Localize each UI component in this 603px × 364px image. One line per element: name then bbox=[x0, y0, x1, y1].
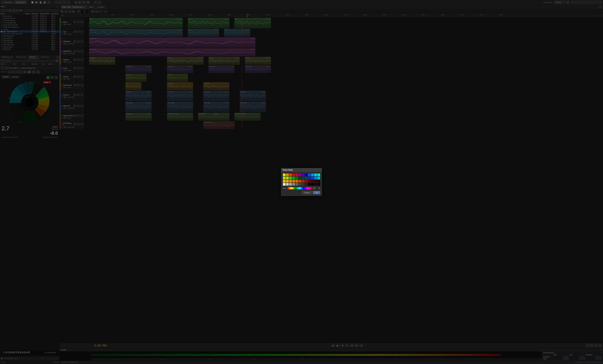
color-swatch[interactable] bbox=[317, 176, 320, 179]
modal-buttons: Cancel OK bbox=[283, 191, 320, 194]
hue-reset-icon[interactable]: ↺ bbox=[318, 187, 320, 189]
track-color-modal: Track Color Hue: 176 ↺ Cancel OK bbox=[281, 168, 322, 196]
cancel-button[interactable]: Cancel bbox=[302, 191, 312, 194]
color-swatch[interactable] bbox=[286, 174, 289, 176]
color-swatch[interactable] bbox=[286, 176, 289, 179]
color-swatch[interactable] bbox=[283, 176, 286, 179]
color-swatch[interactable] bbox=[314, 174, 317, 176]
hue-label: Hue: bbox=[283, 187, 286, 189]
color-swatch[interactable] bbox=[289, 180, 292, 183]
color-swatch[interactable] bbox=[305, 174, 308, 176]
color-swatch[interactable] bbox=[302, 180, 304, 183]
color-swatch[interactable] bbox=[299, 174, 301, 176]
color-swatch[interactable] bbox=[286, 183, 289, 186]
color-swatch[interactable] bbox=[283, 180, 286, 183]
color-swatch[interactable] bbox=[317, 183, 320, 186]
color-swatch[interactable] bbox=[292, 183, 295, 186]
color-swatch[interactable] bbox=[314, 176, 317, 179]
color-swatch[interactable] bbox=[292, 174, 295, 176]
color-swatch[interactable] bbox=[317, 180, 320, 183]
color-swatch[interactable] bbox=[283, 183, 286, 186]
color-swatch[interactable] bbox=[299, 183, 301, 186]
color-swatch[interactable] bbox=[295, 180, 298, 183]
color-swatch[interactable] bbox=[308, 174, 311, 176]
color-row bbox=[283, 183, 320, 186]
color-swatch[interactable] bbox=[289, 183, 292, 186]
color-swatch[interactable] bbox=[283, 174, 286, 176]
color-row bbox=[283, 174, 320, 176]
color-row bbox=[283, 180, 320, 183]
color-swatch[interactable] bbox=[305, 180, 308, 183]
hue-slider[interactable] bbox=[287, 187, 312, 189]
color-swatch[interactable] bbox=[308, 183, 311, 186]
color-swatch[interactable] bbox=[305, 176, 308, 179]
color-swatch[interactable] bbox=[305, 183, 308, 186]
hue-value: 176 bbox=[313, 187, 317, 189]
color-swatch[interactable] bbox=[299, 176, 301, 179]
hue-row: Hue: 176 ↺ bbox=[283, 187, 320, 189]
color-swatch[interactable] bbox=[289, 174, 292, 176]
color-row bbox=[283, 176, 320, 179]
color-swatch[interactable] bbox=[295, 174, 298, 176]
color-grid bbox=[283, 174, 320, 186]
color-swatch[interactable] bbox=[295, 176, 298, 179]
color-swatch[interactable] bbox=[314, 180, 317, 183]
ok-button[interactable]: OK bbox=[313, 191, 320, 194]
color-swatch[interactable] bbox=[302, 176, 304, 179]
color-swatch[interactable] bbox=[299, 180, 301, 183]
color-swatch[interactable] bbox=[311, 180, 314, 183]
color-swatch[interactable] bbox=[317, 174, 320, 176]
modal-overlay[interactable]: Track Color Hue: 176 ↺ Cancel OK bbox=[0, 0, 603, 364]
color-swatch[interactable] bbox=[286, 180, 289, 183]
modal-body: Hue: 176 ↺ Cancel OK bbox=[281, 172, 322, 196]
modal-title: Track Color bbox=[281, 168, 322, 172]
color-swatch[interactable] bbox=[311, 174, 314, 176]
color-swatch[interactable] bbox=[311, 176, 314, 179]
color-swatch[interactable] bbox=[314, 183, 317, 186]
color-swatch[interactable] bbox=[289, 176, 292, 179]
color-swatch[interactable] bbox=[308, 180, 311, 183]
color-swatch[interactable] bbox=[302, 174, 304, 176]
color-swatch[interactable] bbox=[292, 176, 295, 179]
color-swatch[interactable] bbox=[302, 183, 304, 186]
color-swatch[interactable] bbox=[311, 183, 314, 186]
color-swatch[interactable] bbox=[295, 183, 298, 186]
color-swatch[interactable] bbox=[292, 180, 295, 183]
color-swatch[interactable] bbox=[308, 176, 311, 179]
